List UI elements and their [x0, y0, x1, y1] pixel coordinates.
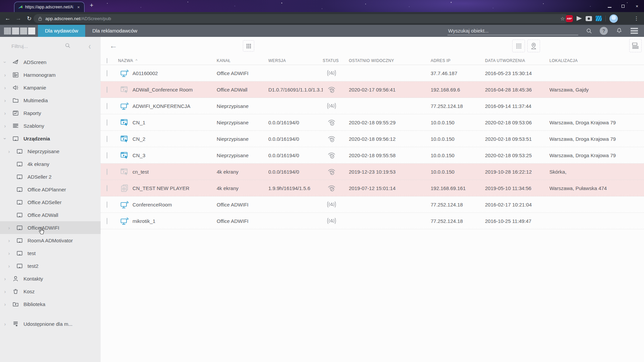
chevron-icon[interactable] [3, 123, 7, 129]
extension-icon[interactable] [577, 16, 582, 21]
column-header-lokalizacja[interactable]: LOKALIZACJA [549, 58, 644, 63]
sidebar-item[interactable]: 4k ekrany [0, 158, 101, 170]
row-checkbox[interactable] [107, 119, 107, 126]
sidebar-item[interactable]: Raporty [0, 107, 101, 119]
sidebar-item[interactable]: Office ADWall [0, 208, 101, 221]
column-header-wersja[interactable]: WERSJA [268, 58, 323, 63]
table-row[interactable]: cn_test 4k ekrany 0.0.0/16194/0 2019-12-… [101, 164, 644, 180]
table-row[interactable]: CN_TEST NEW PLAYER 4k ekrany 1.9.9h/1619… [101, 180, 644, 196]
table-row[interactable]: ADWall_Conference Room Office ADWall D1.… [101, 81, 644, 98]
table-row[interactable]: ADWIFI_KONFERENCJA Nieprzypisane 77.252.… [101, 98, 644, 114]
row-checkbox[interactable] [107, 218, 107, 224]
chevron-icon[interactable] [3, 98, 7, 103]
extension-icon[interactable] [586, 16, 592, 21]
sidebar-item[interactable]: RoomA ADMotivator [0, 234, 101, 247]
chevron-icon[interactable] [3, 85, 7, 90]
list-view-button[interactable] [629, 39, 642, 52]
table-row[interactable]: A01160002 Office ADWIFI 37.7.46.187 2016… [101, 65, 644, 81]
extension-icon[interactable] [596, 16, 602, 21]
map-view-button[interactable] [527, 40, 540, 52]
chevron-icon[interactable] [3, 72, 7, 78]
sidebar-filter-input[interactable] [11, 43, 58, 49]
chevron-icon[interactable] [3, 289, 7, 294]
row-checkbox[interactable] [107, 169, 107, 175]
chevron-icon[interactable] [3, 59, 7, 65]
browser-menu-icon[interactable]: ⋮ [634, 15, 639, 21]
keypad-button[interactable] [243, 40, 254, 52]
filter-search-icon[interactable] [64, 42, 71, 50]
sidebar-item[interactable]: Kontakty [0, 272, 101, 285]
notifications-bell-icon[interactable] [615, 27, 623, 35]
window-close-button[interactable]: × [635, 4, 639, 9]
device-status-icon [327, 152, 349, 159]
sidebar-item[interactable]: test2 [0, 259, 101, 272]
sidebar-item[interactable]: Biblioteka [0, 298, 101, 310]
address-bar[interactable]: app.adscreen.net/ADScreen/pub ☆ [34, 14, 569, 23]
sidebar-item[interactable]: Urządzenia [0, 132, 101, 145]
chevron-icon[interactable] [3, 321, 7, 327]
sidebar-item[interactable]: Office ADPlanner [0, 183, 101, 196]
chevron-icon[interactable] [7, 148, 11, 154]
hamburger-menu-icon[interactable] [631, 28, 638, 34]
table-row[interactable]: ConferenceRoom Office ADWIFI 77.252.124.… [101, 196, 644, 213]
sidebar-item[interactable]: Nieprzypisane [0, 145, 101, 158]
sidebar-item[interactable]: Kampanie [0, 81, 101, 94]
window-minimize-button[interactable] [608, 3, 611, 9]
row-checkbox[interactable] [107, 201, 107, 208]
row-checkbox[interactable] [107, 103, 107, 109]
column-header-nazwa[interactable]: NAZWA^ [118, 58, 217, 63]
sidebar-item[interactable]: test [0, 247, 101, 259]
global-search-input[interactable] [447, 26, 578, 35]
table-row[interactable]: CN_2 Nieprzypisane 0.0.0/16194/0 2020-02… [101, 131, 644, 147]
sidebar-item[interactable]: Office ADWIFI [0, 221, 101, 234]
window-maximize-button[interactable] [622, 3, 625, 9]
grid-view-button[interactable] [512, 40, 525, 52]
chevron-icon[interactable] [3, 276, 7, 282]
tab-close-icon[interactable]: × [76, 5, 81, 10]
sidebar-item[interactable]: ADSeller 2 [0, 170, 101, 183]
chevron-icon[interactable] [7, 250, 11, 256]
search-icon[interactable] [586, 27, 592, 34]
sidebar-collapse-icon[interactable]: ‹ [89, 41, 91, 51]
chevron-icon[interactable] [7, 263, 11, 269]
chevron-icon[interactable] [3, 301, 7, 307]
table-row[interactable]: mikrotik_1 Office ADWIFI 77.252.124.18 2… [101, 213, 644, 229]
sidebar-item[interactable]: ADScreen [0, 56, 101, 68]
row-checkbox[interactable] [107, 185, 107, 191]
sidebar-item[interactable]: Multimedia [0, 94, 101, 107]
chevron-icon[interactable] [7, 238, 11, 243]
sidebar-item[interactable]: Szablony [0, 119, 101, 132]
column-header-status[interactable]: STATUS [323, 58, 349, 63]
sidebar-item[interactable]: Kosz [0, 285, 101, 298]
browser-profile-avatar[interactable] [609, 14, 618, 23]
row-checkbox[interactable] [107, 70, 107, 76]
back-arrow-button[interactable]: ← [109, 41, 117, 50]
row-checkbox[interactable] [107, 86, 107, 93]
nav-tab[interactable]: Dla wydawców [38, 25, 85, 37]
table-row[interactable]: CN_1 Nieprzypisane 0.0.0/16194/0 2020-02… [101, 114, 644, 131]
row-checkbox[interactable] [107, 152, 107, 159]
sidebar-item[interactable]: Office ADSeller [0, 196, 101, 208]
nav-tab[interactable]: Dla reklamodawców [85, 25, 144, 37]
browser-reload-button[interactable]: ↻ [24, 15, 34, 22]
select-all-checkbox[interactable] [107, 58, 107, 63]
device-name: CN_1 [132, 120, 145, 125]
chevron-icon[interactable] [3, 110, 7, 116]
bookmark-star-icon[interactable]: ☆ [560, 16, 565, 22]
browser-tab[interactable]: https://app.adscreen.net/ADScre × [14, 2, 85, 12]
table-row[interactable]: CN_3 Nieprzypisane 0.0.0/16194/0 2020-02… [101, 147, 644, 164]
column-header-data-utworzenia[interactable]: DATA UTWORZENIA [485, 58, 549, 63]
browser-forward-button[interactable]: → [13, 15, 23, 22]
new-tab-button[interactable]: + [88, 2, 95, 9]
sidebar-item[interactable]: Udostępnione dla m... [0, 317, 101, 330]
browser-back-button[interactable]: ← [3, 15, 13, 22]
column-header-ostatnio-widoczny[interactable]: OSTATNIO WIDOCZNY [349, 58, 431, 63]
help-icon[interactable]: ? [600, 27, 608, 35]
chevron-icon[interactable] [3, 136, 7, 141]
sidebar-item[interactable]: Harmonogram [0, 68, 101, 81]
chevron-icon[interactable] [7, 225, 11, 231]
column-header-adres-ip[interactable]: ADRES IP [431, 58, 485, 63]
row-checkbox[interactable] [107, 136, 107, 142]
column-header-kanal[interactable]: KANAŁ [217, 58, 268, 63]
adblock-extension-icon[interactable]: ABP [566, 15, 573, 22]
